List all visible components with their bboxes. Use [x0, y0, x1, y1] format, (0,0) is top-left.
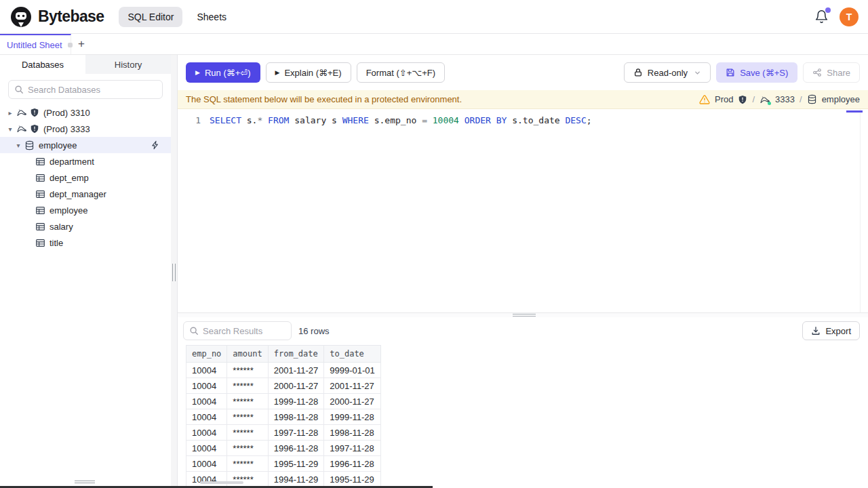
share-button[interactable]: Share	[803, 62, 860, 83]
table-cell: 1997-11-28	[268, 425, 324, 441]
overview-ruler-mark	[846, 110, 863, 113]
add-sheet-button[interactable]: +	[71, 34, 92, 54]
play-icon: ▶	[275, 70, 280, 76]
results-panel: 16 rows Export emp_noamountfrom_dateto_d…	[178, 317, 868, 488]
sheet-tab-label: Untitled Sheet	[7, 40, 62, 50]
tree-item-instance[interactable]: ▾(Prod) 3333	[0, 121, 171, 137]
sidebar-scrollbar[interactable]	[75, 481, 95, 485]
table-cell: 10004	[186, 363, 227, 378]
nav-sheets[interactable]: Sheets	[188, 7, 235, 27]
table-row[interactable]: 10004******1999-11-282000-11-27	[186, 394, 381, 409]
table-icon	[35, 173, 45, 183]
table-row[interactable]: 10004******1998-11-281999-11-28	[186, 409, 381, 425]
breadcrumb-separator: /	[752, 94, 755, 104]
table-row[interactable]: 10004******1994-11-291995-11-29	[186, 472, 381, 487]
resize-grip-icon	[513, 314, 536, 318]
notifications-button[interactable]	[813, 8, 830, 25]
tree-item-table[interactable]: salary	[0, 218, 171, 235]
shield-icon	[738, 95, 747, 104]
table-row[interactable]: 10004******2001-11-279999-01-01	[186, 363, 381, 378]
save-icon	[726, 68, 735, 77]
table-cell: 1999-11-28	[324, 409, 381, 425]
mysql-icon	[760, 94, 770, 105]
run-button[interactable]: ▶ Run (⌘+⏎)	[186, 62, 260, 83]
database-search[interactable]	[8, 80, 163, 99]
tab-databases[interactable]: Databases	[0, 55, 85, 74]
table-cell: ******	[227, 456, 268, 472]
results-search[interactable]	[183, 321, 292, 340]
export-button[interactable]: Export	[802, 321, 860, 340]
database-search-input[interactable]	[28, 85, 157, 95]
tree-item-database[interactable]: ▾employee	[0, 137, 171, 153]
banner-message: The SQL statement below will be executed…	[186, 94, 462, 104]
table-cell: ******	[227, 409, 268, 425]
lock-icon	[633, 68, 643, 77]
database-label: employee	[822, 94, 860, 104]
table-cell: 9999-01-01	[324, 363, 381, 378]
tree-item-table[interactable]: department	[0, 153, 171, 169]
table-cell: 1998-11-28	[324, 425, 381, 441]
tab-history[interactable]: History	[85, 55, 171, 74]
tab-untitled-sheet[interactable]: Untitled Sheet	[0, 34, 71, 54]
table-cell: ******	[227, 441, 268, 456]
table-cell: 1997-11-28	[324, 441, 381, 456]
row-count: 16 rows	[298, 326, 330, 336]
column-header: amount	[227, 346, 268, 363]
table-cell: 10004	[186, 425, 227, 441]
results-search-input[interactable]	[203, 326, 285, 336]
tree-item-table[interactable]: dept_manager	[0, 186, 171, 202]
table-cell: 2001-11-27	[268, 363, 324, 378]
explain-button[interactable]: ▶ Explain (⌘+E)	[266, 62, 351, 83]
tree-item-table[interactable]: employee	[0, 202, 171, 218]
lightning-icon[interactable]	[151, 140, 160, 150]
table-cell: ******	[227, 378, 268, 394]
play-icon: ▶	[195, 70, 200, 76]
results-resize-handle[interactable]	[178, 312, 868, 317]
table-cell: 10004	[186, 394, 227, 409]
table-cell: 2001-11-27	[324, 378, 381, 394]
database-tree: ▸(Prod) 3310▾(Prod) 3333▾employeedepartm…	[0, 104, 171, 251]
tree-item-table[interactable]: title	[0, 235, 171, 251]
table-cell: 1996-11-28	[268, 441, 324, 456]
resize-grip-icon	[172, 264, 176, 281]
caret-down-icon[interactable]: ▾	[14, 142, 23, 149]
column-header: emp_no	[186, 346, 227, 363]
shield-icon	[30, 108, 39, 117]
table-cell: 2000-11-27	[268, 378, 324, 394]
grid-scrollbar[interactable]	[200, 481, 243, 484]
sql-editor[interactable]: 1 SELECT s.* FROM salary s WHERE s.emp_n…	[178, 109, 868, 312]
table-icon	[35, 157, 45, 167]
table-row[interactable]: 10004******1997-11-281998-11-28	[186, 425, 381, 441]
shield-icon	[30, 124, 39, 134]
table-row[interactable]: 10004******2000-11-272001-11-27	[186, 378, 381, 394]
readonly-mode-dropdown[interactable]: Read-only	[624, 62, 711, 83]
table-icon	[35, 205, 45, 216]
caret-down-icon[interactable]: ▾	[5, 125, 15, 133]
search-icon	[14, 85, 24, 94]
results-header: 16 rows Export	[183, 321, 860, 340]
environment-label: Prod	[715, 94, 733, 104]
table-cell: 2000-11-27	[324, 394, 381, 409]
table-icon	[35, 238, 45, 248]
mysql-icon	[16, 107, 27, 118]
editor-scrollbar[interactable]	[860, 109, 861, 312]
breadcrumb-separator: /	[800, 94, 802, 104]
bytebase-logo[interactable]: Bytebase	[9, 5, 104, 28]
app-header: Bytebase SQL Editor Sheets T	[0, 0, 868, 34]
format-button[interactable]: Format (⇧+⌥+F)	[357, 62, 445, 83]
table-row[interactable]: 10004******1996-11-281997-11-28	[186, 441, 381, 456]
bytebase-logo-icon	[9, 5, 33, 28]
tree-item-instance[interactable]: ▸(Prod) 3310	[0, 104, 171, 121]
tree-item-table[interactable]: dept_emp	[0, 169, 171, 186]
save-button[interactable]: Save (⌘+S)	[716, 62, 797, 83]
results-grid: emp_noamountfrom_dateto_date10004******2…	[186, 345, 868, 488]
table-row[interactable]: 10004******1995-11-291996-11-28	[186, 456, 381, 472]
nav-sql-editor[interactable]: SQL Editor	[119, 7, 182, 27]
table-cell: ******	[227, 425, 268, 441]
caret-right-icon[interactable]: ▸	[5, 109, 15, 117]
sidebar-resize-handle[interactable]	[171, 55, 177, 488]
sheet-tabstrip: Untitled Sheet +	[0, 34, 868, 55]
table-cell: 1994-11-29	[268, 472, 324, 487]
table-cell: 10004	[186, 456, 227, 472]
avatar[interactable]: T	[840, 7, 859, 26]
